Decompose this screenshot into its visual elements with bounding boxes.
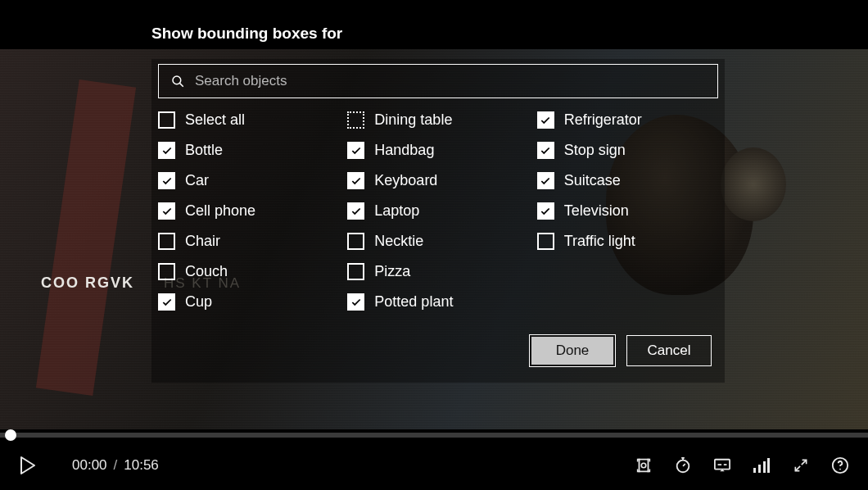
progress-thumb[interactable] xyxy=(5,429,16,441)
checkbox-label: Potted plant xyxy=(374,293,453,311)
fullscreen-button[interactable] xyxy=(789,454,812,477)
help-icon xyxy=(831,456,849,474)
signal-bars-icon xyxy=(753,458,770,473)
checkbox-label: Laptop xyxy=(374,202,419,220)
checkbox-box[interactable] xyxy=(158,263,175,280)
checkbox-item-handbag[interactable]: Handbag xyxy=(347,142,528,159)
backdrop-overlay-text: COO RGVK xyxy=(41,274,134,292)
checkbox-label: Couch xyxy=(185,263,228,280)
checkbox-label: Keyboard xyxy=(374,172,437,189)
checkbox-box[interactable] xyxy=(347,263,364,280)
checkbox-box[interactable] xyxy=(537,111,554,129)
bounding-box-toggle[interactable] xyxy=(632,454,655,477)
checkbox-box[interactable] xyxy=(347,172,364,189)
checkbox-item-select-all[interactable]: Select all xyxy=(158,111,339,129)
checkbox-item-traffic-light[interactable]: Traffic light xyxy=(537,233,718,250)
checkbox-box[interactable] xyxy=(158,293,175,311)
svg-point-2 xyxy=(641,463,646,468)
checkbox-item-dining-table[interactable]: Dining table xyxy=(347,111,528,129)
checkbox-item-keyboard[interactable]: Keyboard xyxy=(347,172,528,189)
backdrop-headphone xyxy=(721,147,786,221)
checkbox-item-television[interactable]: Television xyxy=(537,202,718,220)
checkbox-item-car[interactable]: Car xyxy=(158,172,339,189)
checkbox-box[interactable] xyxy=(347,142,364,159)
svg-point-10 xyxy=(839,469,841,470)
time-display: 00:00 / 10:56 xyxy=(72,457,159,474)
checkbox-label: Pizza xyxy=(374,263,410,280)
captions-button[interactable] xyxy=(711,454,734,477)
blank-cell xyxy=(537,293,718,311)
svg-rect-7 xyxy=(763,461,766,473)
checkbox-box[interactable] xyxy=(158,172,175,189)
checkbox-label: Dining table xyxy=(374,111,452,129)
checkbox-label: Chair xyxy=(185,233,220,250)
checkbox-label: Select all xyxy=(185,111,245,129)
svg-rect-4 xyxy=(715,460,730,470)
checkbox-box[interactable] xyxy=(347,202,364,220)
search-input[interactable] xyxy=(195,73,706,89)
checkbox-item-couch[interactable]: Couch xyxy=(158,263,339,280)
svg-rect-5 xyxy=(753,468,756,473)
checkbox-box[interactable] xyxy=(537,202,554,220)
checkbox-item-potted-plant[interactable]: Potted plant xyxy=(347,293,528,311)
svg-point-0 xyxy=(173,76,181,84)
checkbox-label: Refrigerator xyxy=(564,111,642,129)
checkbox-item-suitcase[interactable]: Suitcase xyxy=(537,172,718,189)
checkbox-item-cell-phone[interactable]: Cell phone xyxy=(158,202,339,220)
play-icon xyxy=(20,456,36,474)
checkbox-label: Stop sign xyxy=(564,142,626,159)
done-button[interactable]: Done xyxy=(530,335,615,366)
checkbox-box[interactable] xyxy=(158,142,175,159)
speed-button[interactable] xyxy=(671,454,694,477)
checkbox-box[interactable] xyxy=(537,172,554,189)
search-icon xyxy=(170,74,185,88)
checkbox-label: Handbag xyxy=(374,142,434,159)
checkbox-box[interactable] xyxy=(347,233,364,250)
checkbox-box[interactable] xyxy=(158,111,175,129)
checkbox-item-chair[interactable]: Chair xyxy=(158,233,339,250)
checkbox-item-laptop[interactable]: Laptop xyxy=(347,202,528,220)
panel-title: Show bounding boxes for xyxy=(151,25,725,43)
checkbox-box[interactable] xyxy=(347,111,364,129)
checkbox-item-necktie[interactable]: Necktie xyxy=(347,233,528,250)
fullscreen-icon xyxy=(793,457,809,474)
blank-cell xyxy=(537,263,718,280)
bounding-box-panel: Show bounding boxes for Select allBottle… xyxy=(151,25,725,383)
checkbox-box[interactable] xyxy=(158,233,175,250)
bounding-box-icon-inner xyxy=(635,456,653,474)
checkbox-item-pizza[interactable]: Pizza xyxy=(347,263,528,280)
backdrop-stripe xyxy=(36,79,136,396)
quality-button[interactable] xyxy=(750,454,773,477)
checkbox-item-refrigerator[interactable]: Refrigerator xyxy=(537,111,718,129)
time-separator: / xyxy=(114,457,118,474)
duration: 10:56 xyxy=(124,457,159,474)
checkbox-item-stop-sign[interactable]: Stop sign xyxy=(537,142,718,159)
panel-body: Select allBottleCarCell phoneChairCouchC… xyxy=(151,59,725,383)
cancel-button[interactable]: Cancel xyxy=(626,335,712,366)
player-controls: 00:00 / 10:56 xyxy=(0,441,868,490)
checkbox-item-cup[interactable]: Cup xyxy=(158,293,339,311)
checkbox-box[interactable] xyxy=(158,202,175,220)
captions-icon xyxy=(713,457,731,474)
svg-line-1 xyxy=(180,84,183,87)
checkbox-label: Traffic light xyxy=(564,233,635,250)
checkbox-box[interactable] xyxy=(537,233,554,250)
progress-line xyxy=(0,433,868,438)
checkbox-label: Car xyxy=(185,172,209,189)
help-button[interactable] xyxy=(829,454,852,477)
play-button[interactable] xyxy=(16,454,39,477)
checkbox-label: Suitcase xyxy=(564,172,621,189)
current-time: 00:00 xyxy=(72,457,107,474)
checkbox-label: Cell phone xyxy=(185,202,255,220)
svg-rect-6 xyxy=(758,465,761,473)
checkbox-item-bottle[interactable]: Bottle xyxy=(158,142,339,159)
checkbox-box[interactable] xyxy=(347,293,364,311)
stopwatch-icon xyxy=(674,456,692,474)
progress-track[interactable] xyxy=(0,429,868,441)
checkbox-label: Cup xyxy=(185,293,212,311)
search-box[interactable] xyxy=(158,64,718,98)
checkbox-label: Bottle xyxy=(185,142,223,159)
checkbox-box[interactable] xyxy=(537,142,554,159)
checkbox-label: Necktie xyxy=(374,233,423,250)
checkbox-label: Television xyxy=(564,202,629,220)
